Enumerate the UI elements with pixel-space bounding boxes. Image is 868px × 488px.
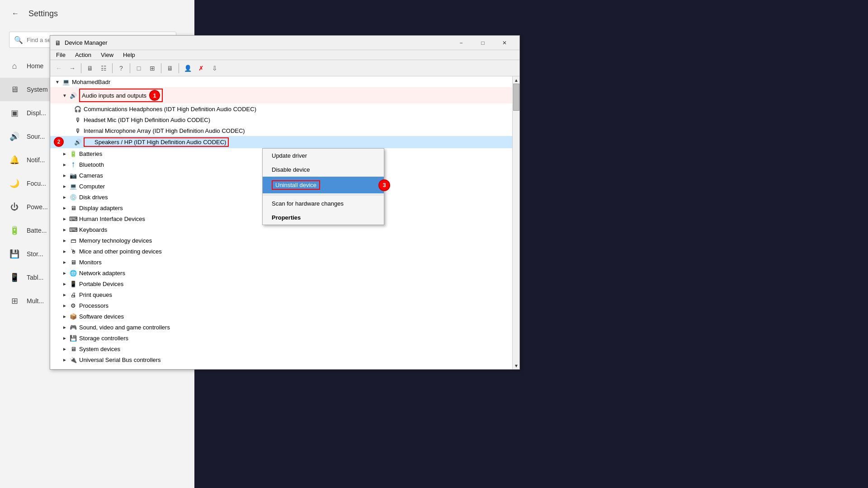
sidebar-label-battery: Batte... [27, 227, 47, 234]
mice-icon: 🖱 [69, 247, 77, 255]
mice-expand: ► [61, 248, 68, 255]
system-devices-icon: 🖥 [69, 345, 77, 353]
processors-label: Processors [79, 302, 108, 309]
audio-child-3[interactable]: 🎙 Internal Microphone Array (IDT High De… [50, 125, 519, 136]
memory-label: Memory technology devices [79, 237, 152, 244]
search-icon: 🔍 [14, 36, 23, 44]
monitors-label: Monitors [79, 259, 102, 266]
audio-child-4[interactable]: 🔊 2 Speakers / HP (IDT High Definition A… [50, 136, 519, 148]
tablet-icon: 📱 [9, 272, 20, 283]
audio-child-1-label: Communications Headphones (IDT High Defi… [84, 106, 256, 113]
ctx-disable-device[interactable]: Disable device [263, 163, 384, 177]
keyboards-item[interactable]: ► ⌨ Keyboards [50, 224, 519, 235]
usb-label: Universal Serial Bus controllers [79, 357, 161, 363]
toolbar-grid[interactable]: ⊞ [146, 62, 159, 75]
software-icon: 📦 [69, 312, 77, 320]
print-item[interactable]: ► 🖨 Print queues [50, 289, 519, 300]
software-item[interactable]: ► 📦 Software devices [50, 311, 519, 322]
menu-action[interactable]: Action [71, 51, 95, 59]
window-titlebar: 🖥 Device Manager − □ ✕ [50, 36, 519, 50]
menu-help[interactable]: Help [119, 51, 139, 59]
computer-expand: ► [61, 183, 68, 190]
disk-expand: ► [61, 193, 68, 201]
menu-file[interactable]: File [52, 51, 69, 59]
device-manager-icon: 🖥 [55, 39, 61, 47]
ctx-update-driver[interactable]: Update driver [263, 149, 384, 163]
toolbar-back[interactable]: ← [52, 62, 65, 75]
ctx-properties[interactable]: Properties [263, 211, 384, 225]
sound-video-item[interactable]: ► 🎮 Sound, video and game controllers [50, 322, 519, 333]
storage-controllers-item[interactable]: ► 💾 Storage controllers [50, 333, 519, 343]
toolbar-monitor[interactable]: 🖥 [164, 62, 176, 75]
scroll-up-arrow[interactable]: ▲ [513, 76, 519, 84]
storage-ctrl-expand: ► [61, 334, 68, 342]
toolbar-separator-3 [130, 63, 130, 73]
system-devices-expand: ► [61, 345, 68, 352]
scrollbar-track[interactable]: ▲ ▼ [512, 76, 519, 369]
toolbar-list-view[interactable]: ☷ [97, 62, 110, 75]
mice-label: Mice and other pointing devices [79, 248, 162, 255]
keyboards-expand: ► [61, 226, 68, 233]
audio-child-1[interactable]: 🎧 Communications Headphones (IDT High De… [50, 103, 519, 114]
uninstall-highlight: Uninstall device [272, 180, 320, 190]
portable-icon: 📱 [69, 280, 77, 288]
memory-icon: 🗃 [69, 236, 77, 244]
scrollbar-thumb[interactable] [513, 84, 519, 111]
audio-expand-arrow: ▼ [61, 92, 68, 99]
audio-label: Audio inputs and outputs [82, 92, 146, 99]
window-title: Device Manager [65, 39, 108, 46]
ctx-uninstall-device[interactable]: Uninstall device 3 [263, 177, 384, 193]
notifications-icon: 🔔 [9, 155, 20, 165]
sidebar-label-system: System [27, 86, 48, 93]
menu-view[interactable]: View [97, 51, 117, 59]
toolbar-separator-1 [81, 63, 81, 73]
sidebar-label-multi: Mult... [27, 297, 44, 305]
ctx-scan-hardware[interactable]: Scan for hardware changes [263, 197, 384, 211]
network-item[interactable]: ► 🌐 Network adapters [50, 267, 519, 278]
scroll-down-arrow[interactable]: ▼ [513, 362, 519, 369]
batteries-expand: ► [61, 150, 68, 157]
keyboards-label: Keyboards [79, 226, 107, 233]
mice-item[interactable]: ► 🖱 Mice and other pointing devices [50, 246, 519, 257]
memory-item[interactable]: ► 🗃 Memory technology devices [50, 235, 519, 246]
print-icon: 🖨 [69, 291, 77, 299]
sidebar-label-focus: Focu... [27, 180, 46, 187]
toolbar-user[interactable]: 👤 [181, 62, 194, 75]
step3-badge: 3 [378, 179, 390, 191]
portable-item[interactable]: ► 📱 Portable Devices [50, 278, 519, 289]
disk-label: Disk drives [79, 194, 108, 201]
root-label: MohamedBadr [72, 79, 110, 85]
close-button[interactable]: ✕ [494, 36, 515, 50]
audio-child-2[interactable]: 🎙 Headset Mic (IDT High Definition Audio… [50, 114, 519, 125]
minimize-button[interactable]: − [451, 36, 472, 50]
toolbar-forward[interactable]: → [66, 62, 79, 75]
back-button[interactable]: ← [9, 7, 22, 20]
toolbar-separator-5 [179, 63, 179, 73]
maximize-button[interactable]: □ [472, 36, 493, 50]
settings-title: Settings [28, 9, 58, 19]
toolbar-properties[interactable]: □ [132, 62, 145, 75]
system-devices-item[interactable]: ► 🖥 System devices [50, 343, 519, 354]
multi-icon: ⊞ [9, 296, 20, 306]
usb-item[interactable]: ► 🔌 Universal Serial Bus controllers [50, 354, 519, 365]
audio-inputs-outputs[interactable]: ▼ 🔊 Audio inputs and outputs 1 [50, 87, 519, 103]
mic-icon: 🎙 [74, 116, 82, 124]
computer-icon: 💻 [62, 78, 70, 86]
processors-item[interactable]: ► ⚙ Processors [50, 300, 519, 311]
monitors-item[interactable]: ► 🖥 Monitors [50, 257, 519, 267]
sidebar-label-display: Displ... [27, 109, 46, 117]
computer-label: Computer [79, 183, 105, 190]
toolbar-remove[interactable]: ✗ [195, 62, 208, 75]
sidebar-label-storage: Stor... [27, 250, 43, 258]
tree-root[interactable]: ▼ 💻 MohamedBadr [50, 76, 519, 87]
sound-video-icon: 🎮 [69, 323, 77, 331]
speaker-highlight-box: 2 Speakers / HP (IDT High Definition Aud… [84, 137, 229, 147]
toolbar-help[interactable]: ? [115, 62, 127, 75]
sidebar-label-tablet: Tabl... [27, 274, 43, 281]
root-expand-arrow: ▼ [54, 78, 61, 85]
hid-label: Human Interface Devices [79, 216, 145, 222]
software-expand: ► [61, 313, 68, 320]
toolbar-computer-view[interactable]: 🖥 [84, 62, 96, 75]
headphone-icon: 🎧 [74, 105, 82, 113]
toolbar-download[interactable]: ⇩ [208, 62, 221, 75]
